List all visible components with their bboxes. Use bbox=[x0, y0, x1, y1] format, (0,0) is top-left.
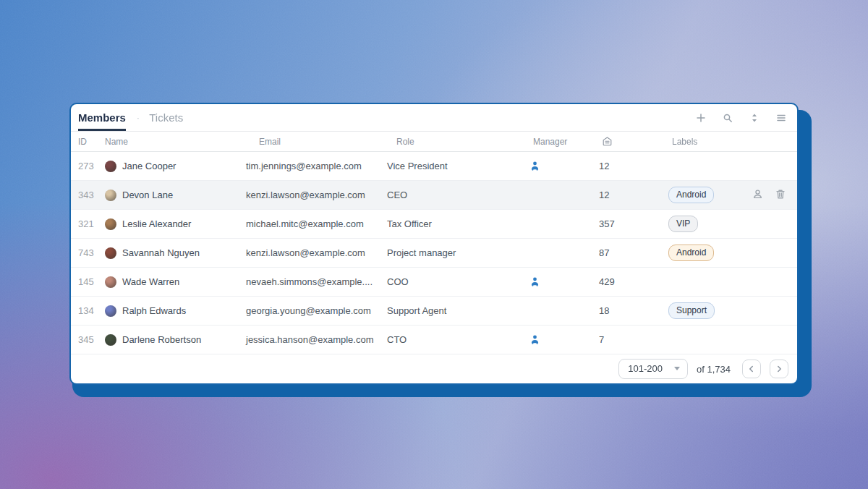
cell-email: jessica.hanson@example.com bbox=[246, 334, 387, 345]
cell-email: kenzi.lawson@example.com bbox=[246, 247, 387, 258]
table-row[interactable]: 343 Devon Lane kenzi.lawson@example.com … bbox=[71, 181, 797, 210]
cell-email: nevaeh.simmons@example.... bbox=[246, 276, 387, 287]
page-range-dropdown[interactable]: 101-200 bbox=[618, 359, 688, 379]
table-row[interactable]: 743 Savannah Nguyen kenzi.lawson@example… bbox=[71, 239, 797, 268]
tab-members[interactable]: Members bbox=[78, 104, 126, 131]
member-name: Darlene Robertson bbox=[122, 334, 201, 345]
row-actions bbox=[752, 189, 786, 202]
cell-role: Tax Officer bbox=[387, 218, 530, 229]
label-pill: VIP bbox=[668, 216, 698, 232]
avatar bbox=[105, 247, 116, 259]
label-pill: Android bbox=[668, 244, 714, 261]
column-header-id[interactable]: ID bbox=[78, 137, 105, 147]
avatar bbox=[105, 190, 116, 201]
cell-email: kenzi.lawson@example.com bbox=[246, 190, 387, 200]
tab-separator-dot: · bbox=[137, 104, 140, 131]
cell-id: 743 bbox=[78, 247, 105, 258]
search-icon[interactable] bbox=[722, 112, 733, 124]
tab-bar: Members · Tickets bbox=[71, 104, 797, 132]
cell-id: 273 bbox=[78, 161, 105, 171]
column-header-manager[interactable]: Manager bbox=[530, 137, 599, 147]
cell-email: georgia.young@example.com bbox=[246, 305, 387, 316]
cell-role: Support Agent bbox=[387, 305, 530, 316]
label-pill: Android bbox=[668, 187, 714, 203]
cell-role: CTO bbox=[387, 334, 530, 345]
member-name: Ralph Edwards bbox=[122, 305, 186, 316]
manager-person-icon bbox=[530, 335, 599, 344]
cell-role: Vice President bbox=[387, 161, 530, 171]
cell-tickets-count: 12 bbox=[599, 190, 668, 200]
column-header-email[interactable]: Email bbox=[246, 137, 387, 147]
member-name: Jane Cooper bbox=[122, 161, 176, 171]
prev-page-button[interactable] bbox=[742, 360, 761, 378]
label-pill: Support bbox=[668, 302, 715, 319]
table-row[interactable]: 321 Leslie Alexander michael.mitc@exampl… bbox=[71, 210, 797, 239]
cell-tickets-count: 87 bbox=[599, 247, 668, 258]
cell-tickets-count: 18 bbox=[599, 305, 668, 316]
menu-icon[interactable] bbox=[775, 112, 787, 124]
column-header-role[interactable]: Role bbox=[387, 137, 530, 147]
pagination-footer: 101-200 of 1,734 bbox=[71, 354, 797, 383]
manager-person-icon bbox=[530, 277, 599, 286]
tab-tickets[interactable]: Tickets bbox=[149, 104, 183, 131]
sort-icon[interactable] bbox=[749, 112, 760, 124]
cell-role: Project manager bbox=[387, 247, 530, 258]
cell-id: 145 bbox=[78, 276, 105, 287]
avatar bbox=[105, 305, 116, 317]
table-row[interactable]: 345 Darlene Robertson jessica.hanson@exa… bbox=[71, 326, 797, 354]
cell-role: COO bbox=[387, 276, 530, 287]
cell-tickets-count: 429 bbox=[599, 276, 668, 287]
cell-email: tim.jennings@example.com bbox=[246, 161, 387, 171]
column-header-name[interactable]: Name bbox=[105, 137, 246, 147]
page-range-value: 101-200 bbox=[628, 363, 663, 374]
cell-id: 134 bbox=[78, 305, 105, 316]
table-row[interactable]: 273 Jane Cooper tim.jennings@example.com… bbox=[71, 152, 797, 181]
cell-tickets-count: 12 bbox=[599, 161, 668, 171]
table-row[interactable]: 145 Wade Warren nevaeh.simmons@example..… bbox=[71, 268, 797, 297]
column-header-labels[interactable]: Labels bbox=[668, 137, 797, 147]
member-name: Savannah Nguyen bbox=[122, 247, 200, 258]
next-page-button[interactable] bbox=[770, 360, 788, 378]
cell-tickets-count: 7 bbox=[599, 334, 668, 345]
cell-email: michael.mitc@example.com bbox=[246, 218, 387, 229]
plus-icon[interactable] bbox=[695, 112, 707, 124]
cell-id: 345 bbox=[78, 334, 105, 345]
avatar bbox=[105, 334, 116, 346]
members-table-card: Members · Tickets ID Name Email Role Man… bbox=[69, 103, 799, 385]
avatar bbox=[105, 218, 116, 230]
avatar bbox=[105, 161, 116, 172]
table-toolbar bbox=[695, 104, 787, 131]
member-name: Devon Lane bbox=[122, 190, 173, 200]
manager-person-icon bbox=[530, 161, 599, 171]
avatar bbox=[105, 276, 116, 288]
cell-id: 343 bbox=[78, 190, 105, 200]
member-name: Leslie Alexander bbox=[122, 218, 191, 229]
assign-person-icon[interactable] bbox=[752, 189, 763, 202]
chevron-down-icon bbox=[674, 367, 680, 370]
cell-id: 321 bbox=[78, 218, 105, 229]
member-name: Wade Warren bbox=[122, 276, 179, 287]
trash-icon[interactable] bbox=[775, 189, 786, 202]
envelope-open-icon[interactable] bbox=[602, 136, 668, 147]
cell-tickets-count: 357 bbox=[599, 218, 668, 229]
cell-role: CEO bbox=[387, 190, 530, 200]
table-row[interactable]: 134 Ralph Edwards georgia.young@example.… bbox=[71, 297, 797, 326]
total-count-label: of 1,734 bbox=[697, 364, 731, 375]
table-header-row: ID Name Email Role Manager Labels bbox=[71, 132, 797, 152]
